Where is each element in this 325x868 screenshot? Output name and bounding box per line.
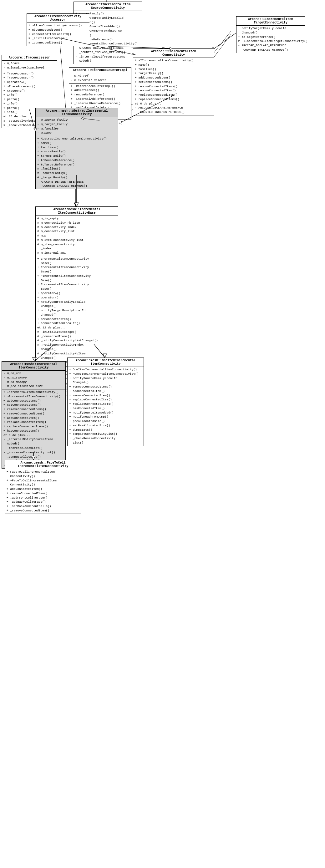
incremental-item-connectivity-main-box: Arcane::mesh::IncrementalItemConnectivit… — [2, 361, 66, 469]
incremental-item-connectivity-base-fields: # m_is_empty # m_connectivity_nb_item # … — [36, 216, 118, 256]
trace-accessor-fields: - m_trace - m_local_verbose_level — [2, 61, 57, 71]
svg-marker-38 — [75, 203, 79, 207]
source-connectivity-title: Arcane::IIncrementalItem SourceConnectiv… — [74, 2, 142, 11]
target-connectivity-box: Arcane::IIncrementalItemTargetConnectivi… — [236, 16, 305, 53]
one-item-incremental-item-connectivity-title: Arcane::mesh::OneItemIncrementalItemConn… — [67, 358, 144, 367]
svg-line-19 — [59, 39, 66, 108]
one-item-incremental-item-connectivity-methods: + OneItemIncrementalItemConnectivity() +… — [67, 367, 144, 446]
incremental-item-connectivity-box: Arcane::IIncrementalItemConnectivity + ~… — [133, 49, 214, 116]
incremental-item-connectivity-base-title: Arcane::mesh::IncrementalItemConnectivit… — [36, 207, 118, 216]
reference-counter-impl-fields: - m_nb_ref - m_external_deleter — [69, 73, 131, 84]
svg-marker-36 — [119, 121, 122, 124]
trace-accessor-title: Arccore::TraceAccessor — [2, 55, 57, 61]
item-connectivity-accessor-members: + ~IItemConnectivityAccessor() + nbConne… — [27, 23, 89, 46]
incremental-item-connectivity-main-methods: + IncrementalItemConnectivity() + ~Incre… — [2, 390, 65, 468]
svg-marker-7 — [74, 203, 77, 207]
target-connectivity-members: + notifyTargetFamilyLocalId Changed() + … — [236, 26, 305, 53]
abstract-incremental-item-connectivity-title: Arcane::mesh::AbstractIncrementalItemCon… — [36, 108, 118, 117]
abstract-incremental-item-connectivity-methods: + AbstractIncrementalItemConnectivity() … — [36, 136, 118, 189]
diagram-container: Arcane::IIncrementalItem SourceConnectiv… — [0, 0, 325, 868]
incremental-item-connectivity-title: Arcane::IIncrementalItemConnectivity — [133, 49, 214, 58]
abstract-incremental-item-connectivity-fields: - m_source_family - m_target_family - m_… — [36, 117, 118, 136]
item-connectivity-accessor-title: Arcane::IItemConnectivityAccessor — [27, 14, 89, 23]
reference-counter-impl-title: Arccore::ReferenceCounterImpl — [69, 68, 131, 73]
incremental-item-connectivity-main-fields: - m_nb_add - m_nb_remove - m_nb_memcpy -… — [2, 371, 65, 390]
svg-line-27 — [214, 33, 236, 49]
face-to-cell-incremental-item-connectivity-methods: + FaceToCellIncrementalItem Connectivity… — [5, 469, 81, 514]
face-to-cell-incremental-item-connectivity-title: Arcane::mesh::FaceToCellIncrementalItemC… — [5, 460, 81, 469]
one-item-incremental-item-connectivity-box: Arcane::mesh::OneItemIncrementalItemConn… — [67, 358, 144, 446]
abstract-incremental-item-connectivity-box: Arcane::mesh::AbstractIncrementalItemCon… — [35, 108, 118, 189]
incremental-item-connectivity-members: + ~IIncrementalItemConnectivity() + name… — [133, 58, 214, 115]
incremental-item-connectivity-main-title: Arcane::mesh::IncrementalItemConnectivit… — [2, 362, 65, 371]
item-connectivity-accessor-box: Arcane::IItemConnectivityAccessor + ~IIt… — [27, 13, 89, 46]
face-to-cell-incremental-item-connectivity-box: Arcane::mesh::FaceToCellIncrementalItemC… — [5, 460, 81, 514]
target-connectivity-title: Arcane::IIncrementalItemTargetConnectivi… — [236, 17, 305, 26]
